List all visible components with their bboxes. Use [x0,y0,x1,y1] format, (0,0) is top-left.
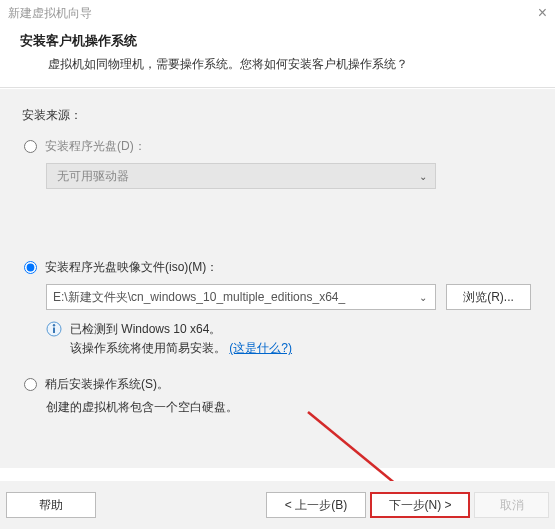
radio-later[interactable] [24,378,37,391]
back-button[interactable]: < 上一步(B) [266,492,366,518]
radio-disc-label: 安装程序光盘(D)： [45,138,146,155]
back-button-label: < 上一步(B) [285,497,347,514]
header-panel: 安装客户机操作系统 虚拟机如同物理机，需要操作系统。您将如何安装客户机操作系统？ [0,26,555,88]
easy-install-line: 该操作系统将使用简易安装。 [70,341,226,355]
titlebar: 新建虚拟机向导 × [0,0,555,26]
help-button[interactable]: 帮助 [6,492,96,518]
detected-os-line: 已检测到 Windows 10 x64。 [70,322,221,336]
option-iso[interactable]: 安装程序光盘映像文件(iso)(M)： [22,259,533,276]
next-button-label: 下一步(N) > [389,497,452,514]
option-disc[interactable]: 安装程序光盘(D)： [22,138,533,155]
next-button[interactable]: 下一步(N) > [370,492,470,518]
window-title: 新建虚拟机向导 [8,5,92,22]
svg-point-2 [53,324,55,326]
disc-drive-dropdown[interactable]: 无可用驱动器 ⌄ [46,163,436,189]
radio-disc[interactable] [24,140,37,153]
disc-drive-value: 无可用驱动器 [57,168,129,185]
footer-buttons: 帮助 < 上一步(B) 下一步(N) > 取消 [0,481,555,529]
page-title: 安装客户机操作系统 [20,32,535,50]
what-is-this-link[interactable]: (这是什么?) [229,341,292,355]
cancel-button[interactable]: 取消 [474,492,549,518]
detection-info: 已检测到 Windows 10 x64。 该操作系统将使用简易安装。 (这是什么… [46,320,533,358]
browse-button-label: 浏览(R)... [463,289,514,306]
help-button-label: 帮助 [39,497,63,514]
later-description: 创建的虚拟机将包含一个空白硬盘。 [46,399,533,416]
vm-wizard-window: 新建虚拟机向导 × 安装客户机操作系统 虚拟机如同物理机，需要操作系统。您将如何… [0,0,555,529]
page-subtitle: 虚拟机如同物理机，需要操作系统。您将如何安装客户机操作系统？ [20,56,535,73]
info-icon [46,321,62,337]
radio-iso-label: 安装程序光盘映像文件(iso)(M)： [45,259,218,276]
detection-text: 已检测到 Windows 10 x64。 该操作系统将使用简易安装。 (这是什么… [70,320,292,358]
close-icon[interactable]: × [538,5,547,21]
iso-path-value: E:\新建文件夹\cn_windows_10_multiple_editions… [53,289,403,306]
install-source-label: 安装来源： [22,107,533,124]
cancel-button-label: 取消 [500,497,524,514]
chevron-down-icon: ⌄ [419,292,427,303]
option-later[interactable]: 稍后安装操作系统(S)。 [22,376,533,393]
body-panel: 安装来源： 安装程序光盘(D)： 无可用驱动器 ⌄ 安装程序光盘映像文件(iso… [0,88,555,468]
svg-rect-1 [53,328,55,334]
iso-path-dropdown[interactable]: E:\新建文件夹\cn_windows_10_multiple_editions… [46,284,436,310]
chevron-down-icon: ⌄ [419,171,427,182]
browse-button[interactable]: 浏览(R)... [446,284,531,310]
radio-later-label: 稍后安装操作系统(S)。 [45,376,169,393]
radio-iso[interactable] [24,261,37,274]
